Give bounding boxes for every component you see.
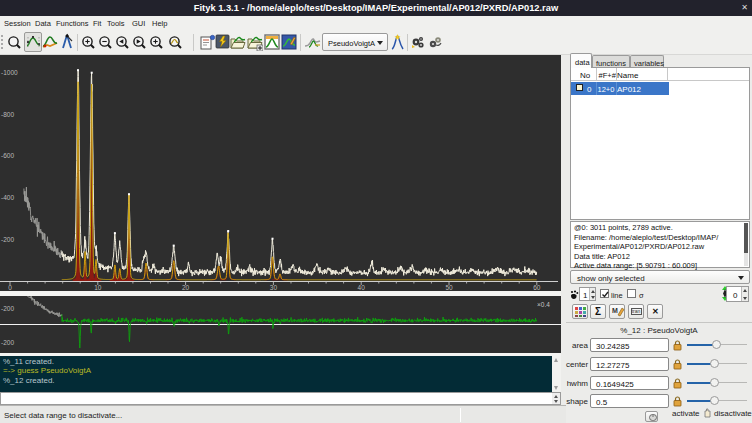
svg-text:0: 0 xyxy=(8,284,12,291)
svg-text:-1000: -1000 xyxy=(1,69,18,76)
svg-text:-400: -400 xyxy=(1,194,14,201)
svg-text:30: 30 xyxy=(270,284,278,291)
svg-text:20: 20 xyxy=(182,284,190,291)
svg-text:×0.4: ×0.4 xyxy=(537,301,550,308)
svg-text:50: 50 xyxy=(445,284,453,291)
svg-text:-200: -200 xyxy=(1,339,14,346)
svg-text:60: 60 xyxy=(533,284,541,291)
svg-text:-200: -200 xyxy=(1,236,14,243)
svg-text:10: 10 xyxy=(94,284,102,291)
svg-text:40: 40 xyxy=(358,284,366,291)
svg-text:-200: -200 xyxy=(1,305,14,312)
svg-text:-800: -800 xyxy=(1,111,14,118)
svg-text:-600: -600 xyxy=(1,152,14,159)
